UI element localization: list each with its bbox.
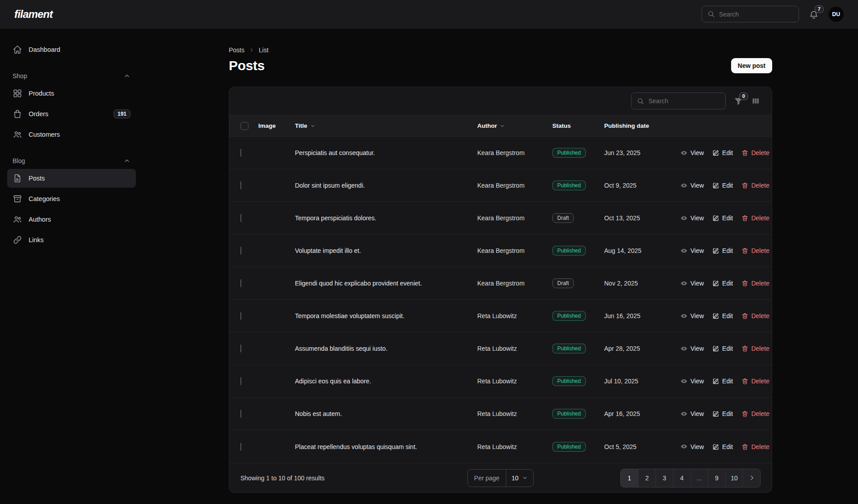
sidebar-item-label: Links xyxy=(29,236,44,244)
post-title: Eligendi quod hic explicabo provident ev… xyxy=(295,280,477,287)
post-author: Keara Bergstrom xyxy=(477,182,552,189)
pencil-square-icon xyxy=(712,182,719,189)
view-action[interactable]: View xyxy=(680,214,704,222)
row-checkbox[interactable] xyxy=(240,410,241,418)
delete-action[interactable]: Delete xyxy=(741,280,769,287)
sidebar-item-posts[interactable]: Posts xyxy=(7,169,136,188)
per-page-select[interactable]: 10 xyxy=(506,470,534,487)
delete-action[interactable]: Delete xyxy=(741,410,769,417)
row-checkbox[interactable] xyxy=(240,149,241,157)
delete-action[interactable]: Delete xyxy=(741,182,769,189)
page-button-9[interactable]: 9 xyxy=(708,469,725,487)
post-title: Perspiciatis aut consequatur. xyxy=(295,149,477,156)
delete-action[interactable]: Delete xyxy=(741,378,769,385)
delete-action[interactable]: Delete xyxy=(741,149,769,156)
edit-action[interactable]: Edit xyxy=(712,247,733,254)
view-action[interactable]: View xyxy=(680,280,704,287)
edit-action[interactable]: Edit xyxy=(712,182,733,189)
row-checkbox[interactable] xyxy=(240,247,241,255)
row-checkbox[interactable] xyxy=(240,214,241,222)
bag-icon xyxy=(13,109,22,119)
row-checkbox[interactable] xyxy=(240,344,241,353)
next-page-button[interactable] xyxy=(743,469,760,487)
edit-action[interactable]: Edit xyxy=(712,149,733,156)
sidebar-item-dashboard[interactable]: Dashboard xyxy=(7,40,136,59)
page-button-2[interactable]: 2 xyxy=(638,469,656,487)
status-badge: Published xyxy=(552,409,586,419)
pencil-square-icon xyxy=(712,214,719,222)
post-author: Keara Bergstrom xyxy=(477,280,552,287)
edit-action[interactable]: Edit xyxy=(712,410,733,417)
row-checkbox[interactable] xyxy=(240,443,241,451)
column-header-author[interactable]: Author xyxy=(477,122,552,129)
post-author: Reta Lubowitz xyxy=(477,345,552,352)
page-button-10[interactable]: 10 xyxy=(725,469,743,487)
global-search[interactable] xyxy=(702,6,799,22)
table-search[interactable] xyxy=(631,92,726,109)
page-button-1[interactable]: 1 xyxy=(621,469,638,487)
pencil-square-icon xyxy=(712,312,719,319)
status-badge: Draft xyxy=(552,213,574,223)
publishing-date: Nov 2, 2025 xyxy=(604,280,680,287)
delete-action[interactable]: Delete xyxy=(741,345,769,352)
row-checkbox[interactable] xyxy=(240,279,241,287)
edit-action[interactable]: Edit xyxy=(712,378,733,385)
view-action[interactable]: View xyxy=(680,247,704,255)
delete-action[interactable]: Delete xyxy=(741,312,769,319)
sidebar-item-categories[interactable]: Categories xyxy=(7,189,136,208)
page-button-3[interactable]: 3 xyxy=(656,469,673,487)
post-author: Keara Bergstrom xyxy=(477,149,552,156)
table-row: Placeat repellendus voluptas quisquam si… xyxy=(229,430,772,463)
toggle-columns-button[interactable] xyxy=(751,97,760,105)
publishing-date: Oct 9, 2025 xyxy=(604,182,680,189)
edit-action[interactable]: Edit xyxy=(712,280,733,287)
pencil-square-icon xyxy=(712,280,719,287)
view-action[interactable]: View xyxy=(680,378,704,385)
row-checkbox[interactable] xyxy=(240,181,241,189)
sidebar-item-products[interactable]: Products xyxy=(7,84,136,103)
table-row: Eligendi quod hic explicabo provident ev… xyxy=(229,267,772,300)
row-checkbox[interactable] xyxy=(240,312,241,320)
edit-action[interactable]: Edit xyxy=(712,214,733,222)
status-badge: Published xyxy=(552,246,586,256)
sidebar-item-orders[interactable]: Orders 191 xyxy=(7,105,136,123)
status-badge: Published xyxy=(552,311,586,321)
delete-action[interactable]: Delete xyxy=(741,443,769,450)
row-checkbox[interactable] xyxy=(240,377,241,385)
publishing-date: Aug 14, 2025 xyxy=(604,247,680,254)
chevron-up-icon[interactable] xyxy=(123,157,130,164)
global-search-input[interactable] xyxy=(719,11,793,18)
edit-action[interactable]: Edit xyxy=(712,312,733,319)
avatar[interactable]: DU xyxy=(829,7,844,22)
page-button-4[interactable]: 4 xyxy=(673,469,690,487)
sidebar-item-label: Orders xyxy=(29,110,48,118)
edit-action[interactable]: Edit xyxy=(712,345,733,352)
posts-table-card: 0 Image Title xyxy=(229,87,772,493)
trash-icon xyxy=(741,410,749,417)
sidebar-item-links[interactable]: Links xyxy=(7,231,136,249)
pencil-square-icon xyxy=(712,378,719,385)
notifications-button[interactable]: 7 xyxy=(809,9,819,19)
delete-action[interactable]: Delete xyxy=(741,247,769,254)
view-action[interactable]: View xyxy=(680,149,704,157)
filter-button[interactable]: 0 xyxy=(734,97,743,106)
delete-action[interactable]: Delete xyxy=(741,214,769,222)
chevron-up-icon[interactable] xyxy=(123,72,130,80)
table-row: Tempora molestiae voluptatem suscipit. R… xyxy=(229,300,772,332)
breadcrumb-posts[interactable]: Posts xyxy=(229,46,244,54)
table-row: Perspiciatis aut consequatur. Keara Berg… xyxy=(229,137,772,169)
select-all-checkbox[interactable] xyxy=(240,122,248,130)
sidebar-item-authors[interactable]: Authors xyxy=(7,210,136,229)
view-action[interactable]: View xyxy=(680,443,704,450)
view-action[interactable]: View xyxy=(680,182,704,189)
status-badge: Published xyxy=(552,442,586,452)
table-search-input[interactable] xyxy=(648,97,720,105)
eye-icon xyxy=(680,149,688,157)
sidebar-item-customers[interactable]: Customers xyxy=(7,125,136,144)
view-action[interactable]: View xyxy=(680,410,704,418)
column-header-title[interactable]: Title xyxy=(295,122,477,129)
new-post-button[interactable]: New post xyxy=(731,58,772,73)
view-action[interactable]: View xyxy=(680,345,704,353)
edit-action[interactable]: Edit xyxy=(712,443,733,450)
view-action[interactable]: View xyxy=(680,312,704,320)
